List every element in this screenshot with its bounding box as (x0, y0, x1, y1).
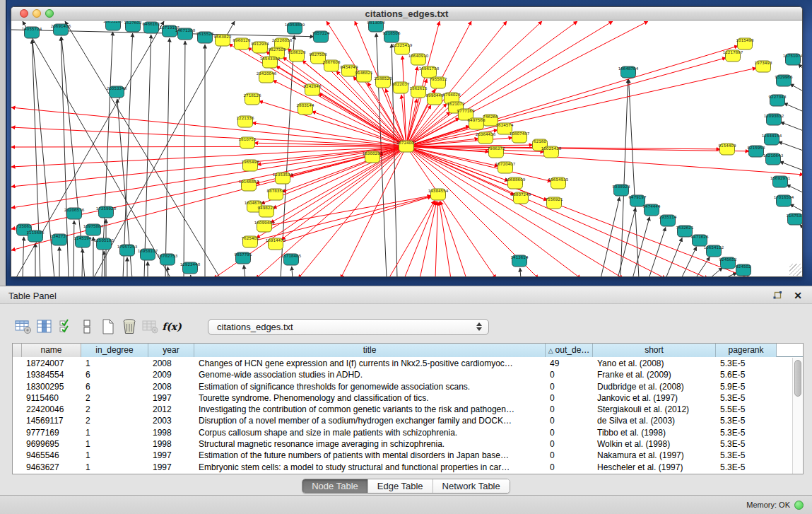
graph-node[interactable]: 14671388 (175, 28, 196, 40)
graph-node[interactable]: 14055724 (22, 27, 42, 38)
table-row[interactable]: 1938455462009Genome-wide association stu… (13, 369, 792, 380)
graph-node[interactable]: 1145194 (74, 236, 92, 247)
graph-node[interactable]: 16914479 (266, 238, 286, 250)
graph-node[interactable]: 10025438 (541, 146, 562, 158)
column-header-year[interactable]: year (148, 344, 194, 357)
graph-node[interactable]: 7986372 (488, 146, 505, 158)
graph-node[interactable]: 12325419 (392, 43, 413, 54)
tab-edge-table[interactable]: Edge Table (368, 479, 433, 493)
table-row[interactable]: 946554611997Estimation of the future num… (13, 450, 792, 461)
graph-node[interactable]: 924502 (736, 264, 751, 276)
graph-node[interactable]: 1973493 (755, 61, 772, 72)
graph-node[interactable]: 20206576 (64, 208, 85, 219)
table-row[interactable]: 977716911998Corpus callosum shape and si… (13, 427, 792, 438)
graph-node[interactable]: 1115686 (27, 230, 45, 242)
table-scrollbar[interactable] (792, 358, 803, 474)
graph-node[interactable]: 9498222 (258, 206, 276, 217)
graph-node[interactable]: 16958107 (138, 249, 158, 260)
column-header-name[interactable]: name (22, 344, 81, 357)
table-scrollbar-thumb[interactable] (794, 360, 801, 397)
column-header-in_degree[interactable]: in_degree (81, 344, 148, 357)
graph-node[interactable]: 20053346 (107, 86, 127, 98)
graph-node[interactable]: 7955812 (430, 77, 447, 88)
graph-node[interactable]: 17957253 (117, 245, 138, 256)
graph-node[interactable]: 9227343 (769, 95, 787, 106)
network-graph[interactable]: 1405572420691406106532871527602646616110… (11, 21, 802, 276)
graph-node[interactable]: 8878354 (267, 189, 285, 200)
graph-node[interactable]: 9663822 (214, 35, 232, 46)
graph-node[interactable]: 2803144 (297, 103, 314, 115)
graph-node[interactable]: 8813054 (367, 21, 385, 32)
column-header-short[interactable]: short (593, 344, 716, 357)
network-canvas[interactable]: 1405572420691406106532871527602646616110… (11, 21, 802, 276)
table-settings-icon[interactable] (13, 317, 34, 337)
table-row[interactable]: 969969511998Structural magnetic resonanc… (13, 438, 792, 450)
graph-node[interactable]: 1527602 (124, 21, 142, 32)
graph-node[interactable]: 7556921 (546, 197, 563, 209)
column-header-gutter[interactable] (13, 344, 22, 357)
column-header-pagerank[interactable]: pagerank (716, 344, 777, 357)
graph-node[interactable]: 9218506 (383, 31, 401, 42)
graph-node[interactable]: 9329966 (775, 75, 793, 86)
table-row[interactable]: 1456911722003Disruption of a novel membe… (13, 415, 792, 426)
graph-node[interactable]: 8471626 (691, 235, 709, 246)
graph-node[interactable]: 1413614 (511, 255, 529, 267)
graph-node[interactable]: 2588520 (375, 76, 392, 88)
graph-node[interactable]: 19166857 (239, 180, 259, 191)
graph-node[interactable]: 18300295 (363, 151, 383, 163)
column-select-icon[interactable] (55, 317, 76, 337)
graph-node[interactable]: 7857224 (312, 31, 330, 42)
graph-node[interactable]: 10653287 (103, 21, 124, 30)
column-visibility-icon[interactable] (34, 317, 55, 337)
graph-node[interactable]: 12444154 (762, 134, 782, 145)
graph-node[interactable]: 20691406 (51, 24, 71, 35)
close-panel-icon[interactable]: ✕ (792, 290, 804, 301)
graph-node[interactable]: 23420046 (257, 71, 277, 83)
table-selector-dropdown[interactable]: citations_edges.txt (208, 319, 489, 335)
graph-node[interactable]: 8822037 (392, 82, 410, 93)
graph-node[interactable]: 9474444 (643, 204, 661, 216)
graph-node[interactable]: 1965498 (242, 160, 259, 171)
graph-node[interactable]: 16648784 (618, 66, 639, 78)
graph-node[interactable]: 1342737 (51, 234, 69, 245)
graph-node[interactable]: 7615526 (196, 32, 214, 43)
graph-node[interactable]: 17016504 (774, 195, 794, 206)
tab-node-table[interactable]: Node Table (302, 479, 368, 493)
graph-node[interactable]: 8912934 (252, 42, 269, 53)
graph-node[interactable]: 5938923 (613, 185, 630, 196)
graph-node[interactable]: 8990448 (426, 93, 444, 105)
graph-node[interactable]: 2718126 (244, 93, 261, 105)
graph-node[interactable]: 2867608 (323, 60, 341, 71)
graph-node[interactable]: 18640910 (408, 54, 429, 65)
graph-node[interactable]: 1167533 (787, 214, 802, 225)
graph-node[interactable]: 17359928 (96, 206, 117, 218)
graph-node[interactable]: 6466161 (143, 22, 160, 33)
column-header-title[interactable]: title (194, 344, 546, 357)
graph-node[interactable]: 16543382 (260, 57, 280, 68)
graph-node[interactable]: 15692971 (770, 176, 791, 187)
graph-node[interactable]: 2935114 (659, 215, 677, 226)
delete-table-icon[interactable] (140, 317, 161, 337)
tab-network-table[interactable]: Network Table (433, 479, 510, 493)
column-header-out_degree[interactable]: △out_de… (546, 344, 593, 357)
graph-node[interactable]: 12505185 (94, 238, 114, 250)
graph-node[interactable]: 1221336 (237, 116, 254, 127)
graph-node[interactable]: 9242848 (304, 84, 322, 95)
graph-node[interactable]: 19654935 (548, 177, 569, 189)
create-column-icon[interactable] (98, 317, 119, 337)
canvas-resize-grip[interactable] (789, 264, 801, 276)
network-window-titlebar[interactable]: citations_edges.txt (11, 7, 802, 21)
graph-node[interactable]: 10688609 (505, 177, 526, 189)
graph-node[interactable]: 12217897 (723, 50, 743, 62)
graph-node[interactable]: 9146821 (355, 71, 373, 82)
table-row[interactable]: 946362711997Embryonic stem cells: a mode… (13, 462, 792, 473)
table-row[interactable]: 911546021997Tourette syndrome. Phenomeno… (13, 392, 792, 404)
graph-node[interactable]: 8186328 (288, 50, 306, 62)
graph-node[interactable]: 18807249 (511, 192, 531, 204)
graph-node[interactable]: 12353534 (273, 173, 293, 184)
float-panel-icon[interactable] (772, 290, 783, 301)
graph-node[interactable]: 15751074 (783, 54, 802, 65)
graph-node[interactable]: 15718485 (281, 254, 302, 265)
graph-node[interactable]: 10807487 (510, 132, 530, 143)
graph-node[interactable]: 12093832 (764, 114, 784, 125)
